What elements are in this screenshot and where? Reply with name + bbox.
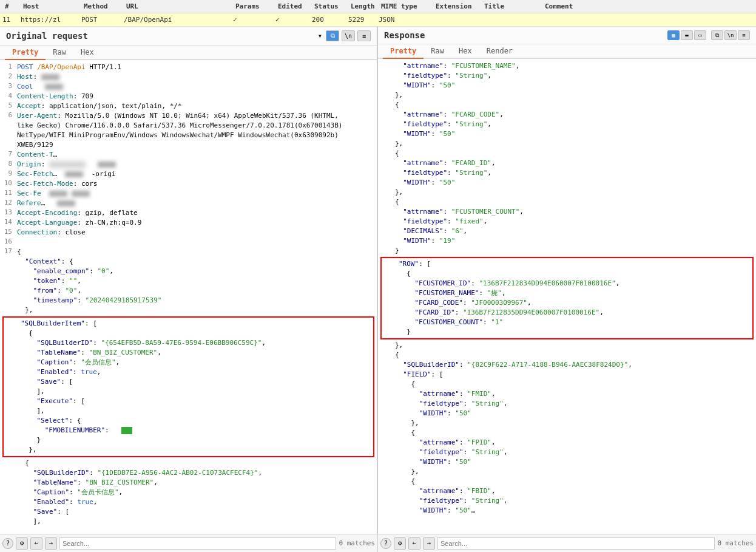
cell-edited: ✓	[273, 16, 309, 24]
col-num: #	[2, 2, 21, 10]
left-tab-bar: Pretty Raw Hex	[0, 46, 377, 60]
left-matches-count: 0 matches	[339, 539, 375, 547]
cell-num: 11	[0, 16, 18, 24]
cell-params: ✓	[231, 16, 273, 24]
left-back-icon[interactable]: ←	[30, 537, 42, 550]
tab-render-right[interactable]: Render	[479, 44, 520, 59]
left-help-icon[interactable]: ?	[2, 538, 13, 549]
right-highlight-box: "ROW": [ { "FCUSTOMER_ID": "136B7F212834…	[380, 257, 754, 339]
left-code-area[interactable]: 1POST /BAP/OpenApi HTTP/1.1 2Host: 3Cool…	[0, 60, 377, 534]
menu-icon-right[interactable]: ≡	[738, 30, 750, 40]
wrap-icon-right[interactable]: \n	[724, 30, 737, 40]
right-help-icon[interactable]: ?	[380, 538, 391, 549]
right-pane: Response ▦ ▬ ▭ ⧉ \n ≡ Pretty Raw Hex Ren…	[378, 27, 756, 534]
layout-list-icon[interactable]: ▬	[681, 30, 693, 40]
col-edited: Edited	[275, 2, 312, 10]
right-settings-icon[interactable]: ⚙	[394, 537, 406, 550]
right-code-area[interactable]: "attrname": "FCUSTOMER_NAME", "fieldtype…	[378, 59, 756, 534]
layout-wide-icon[interactable]: ▭	[694, 30, 706, 40]
tab-pretty-left[interactable]: Pretty	[5, 46, 46, 60]
right-forward-icon[interactable]: →	[423, 537, 435, 550]
table-row[interactable]: 11 https://zl POST /BAP/OpenApi ✓ ✓ 200 …	[0, 13, 756, 27]
right-pane-header: Response ▦ ▬ ▭ ⧉ \n ≡	[378, 27, 756, 44]
col-comment: Comment	[542, 2, 603, 10]
table-header: # Host Method URL Params Edited Status L…	[0, 0, 756, 13]
left-toolbar: ⧉ \n ≡	[326, 30, 371, 41]
right-tab-bar: Pretty Raw Hex Render	[378, 44, 756, 59]
layout-grid-icon[interactable]: ▦	[667, 30, 680, 40]
bottom-bar: ? ⚙ ← → 0 matches ? ⚙ ← → 0 matches	[0, 534, 756, 552]
left-search-input[interactable]	[59, 537, 336, 550]
left-forward-icon[interactable]: →	[45, 537, 57, 550]
col-extension: Extension	[433, 2, 482, 10]
left-pane-title: Original request	[6, 31, 314, 41]
menu-icon-left[interactable]: ≡	[357, 30, 371, 41]
col-url: URL	[124, 2, 233, 10]
tab-hex-right[interactable]: Hex	[451, 44, 479, 59]
cell-method: POST	[79, 16, 121, 24]
right-toolbar: ▦ ▬ ▭ ⧉ \n ≡	[667, 30, 750, 40]
dropdown-arrow-icon[interactable]: ▾	[318, 32, 322, 40]
tab-pretty-right[interactable]: Pretty	[383, 44, 424, 59]
right-pane-title: Response	[384, 30, 667, 40]
cell-host: https://zl	[18, 16, 79, 24]
right-matches-count: 0 matches	[717, 539, 754, 547]
copy-icon-left[interactable]: ⧉	[326, 30, 339, 41]
left-highlight-box: "SQLBuilderItem": [ { "SQLBuilderID": "{…	[2, 316, 374, 457]
cell-url: /BAP/OpenApi	[121, 16, 231, 24]
col-title: Title	[482, 2, 542, 10]
cell-mime: JSON	[376, 16, 431, 24]
main-container: Original request ▾ ⧉ \n ≡ Pretty Raw Hex…	[0, 27, 756, 534]
right-search-input[interactable]	[437, 537, 715, 550]
right-back-icon[interactable]: ←	[408, 537, 420, 550]
tab-raw-left[interactable]: Raw	[46, 46, 73, 60]
left-settings-icon[interactable]: ⚙	[16, 537, 28, 550]
col-params: Params	[233, 2, 275, 10]
left-search-bar: ? ⚙ ← → 0 matches	[0, 534, 378, 552]
col-length: Length	[348, 2, 379, 10]
right-search-bar: ? ⚙ ← → 0 matches	[378, 534, 756, 552]
copy-icon-right[interactable]: ⧉	[711, 30, 723, 40]
col-mime: MIME type	[379, 2, 433, 10]
cell-length: 5229	[346, 16, 376, 24]
col-method: Method	[81, 2, 124, 10]
tab-raw-right[interactable]: Raw	[424, 44, 451, 59]
left-pane: Original request ▾ ⧉ \n ≡ Pretty Raw Hex…	[0, 27, 378, 534]
wrap-icon-left[interactable]: \n	[342, 30, 355, 41]
tab-hex-left[interactable]: Hex	[73, 46, 101, 60]
col-host: Host	[21, 2, 81, 10]
col-status: Status	[312, 2, 348, 10]
left-pane-header: Original request ▾ ⧉ \n ≡	[0, 27, 377, 46]
